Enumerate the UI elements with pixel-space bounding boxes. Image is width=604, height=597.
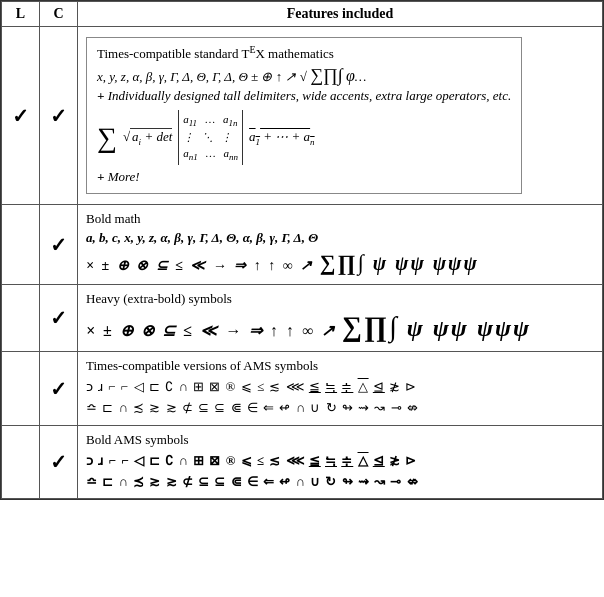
row4-ams-line2: ≏ ⊏ ∩ ≾ ≳ ≳ ⊄ ⊆ ⊆ ⋐ ∈ ⇐ ↫ ∩ ∪ ↻ ↬ ⇝ ↝ ⊸ … — [86, 398, 594, 419]
row4-l-check — [2, 352, 40, 426]
row5-c-check: ✓ — [40, 425, 78, 499]
sum-symbol: ∑ — [97, 122, 117, 154]
row1-inner-box: Times-compatible standard TEX mathematic… — [86, 37, 522, 194]
row2-content: Bold math a, b, c, x, y, z, α, β, γ, Γ, … — [78, 205, 603, 285]
col-features-header: Features included — [78, 2, 603, 27]
row3-title: Heavy (extra-bold) symbols — [86, 291, 594, 307]
row1-plus-note: + Individually designed tall delimiters,… — [97, 88, 511, 104]
checkmark-c1: ✓ — [50, 105, 67, 127]
row4-c-check: ✓ — [40, 352, 78, 426]
features-table: L C Features included ✓ ✓ Times-compatib… — [0, 0, 604, 500]
row2-math-line2: × ± ⊕ ⊗ ⊆ ≤ ≪ → ⇒ ↑ ↑ ∞ ↗ ∑∏∫ ψ ψψ ψψψ — [86, 250, 594, 276]
row-bold-ams: ✓ Bold AMS symbols ɔ ɹ ⌐ ⌐ ◁ ⊏ ∁ ∩ ⊞ ⊠ ®… — [2, 425, 603, 499]
row5-ams-line2: ≏ ⊏ ∩ ≾ ≳ ≳ ⊄ ⊆ ⊆ ⋐ ∈ ⇐ ↫ ∩ ∪ ↻ ↬ ⇝ ↝ ⊸ … — [86, 472, 594, 493]
checkmark-c2: ✓ — [50, 234, 67, 256]
row4-title: Times-compatible versions of AMS symbols — [86, 358, 594, 374]
row-ams-versions: ✓ Times-compatible versions of AMS symbo… — [2, 352, 603, 426]
row2-title: Bold math — [86, 211, 594, 227]
row1-c-check: ✓ — [40, 27, 78, 205]
row3-content: Heavy (extra-bold) symbols × ± ⊕ ⊗ ⊆ ≤ ≪… — [78, 285, 603, 352]
row5-title: Bold AMS symbols — [86, 432, 594, 448]
row2-c-check: ✓ — [40, 205, 78, 285]
row5-content: Bold AMS symbols ɔ ɹ ⌐ ⌐ ◁ ⊏ ∁ ∩ ⊞ ⊠ ® ⩽… — [78, 425, 603, 499]
row1-title: Times-compatible standard TEX mathematic… — [97, 44, 511, 62]
row4-content: Times-compatible versions of AMS symbols… — [78, 352, 603, 426]
row2-l-check — [2, 205, 40, 285]
checkmark-c4: ✓ — [50, 378, 67, 400]
row5-ams-line1: ɔ ɹ ⌐ ⌐ ◁ ⊏ ∁ ∩ ⊞ ⊠ ® ⩽ ≤ ≲ ⋘ ≦ ≒ ≑ △ ⊴ … — [86, 451, 594, 472]
table-header: L C Features included — [2, 2, 603, 27]
checkmark-l1: ✓ — [12, 105, 29, 127]
row-heavy: ✓ Heavy (extra-bold) symbols × ± ⊕ ⊗ ⊆ ≤… — [2, 285, 603, 352]
matrix-expr: a11…a1n ⋮⋱⋮ an1…ann — [178, 110, 243, 165]
sqrt-expr: √ai + det — [123, 129, 172, 147]
row1-display-math: ∑ √ai + det a11…a1n ⋮⋱⋮ an1…ann — [97, 110, 511, 165]
checkmark-c3: ✓ — [50, 307, 67, 329]
row1-plus-more: + More! — [97, 169, 511, 185]
row4-ams-line1: ɔ ɹ ⌐ ⌐ ◁ ⊏ ∁ ∩ ⊞ ⊠ ® ⩽ ≤ ≲ ⋘ ≦ ≒ ≑ △ ⊴ … — [86, 377, 594, 398]
row1-l-check: ✓ — [2, 27, 40, 205]
row3-math-symbols: × ± ⊕ ⊗ ⊆ ≤ ≪ → ⇒ ↑ ↑ ∞ ↗ ∑∏∫ ψ ψψ ψψψ — [86, 311, 594, 343]
row1-math-symbols: x, y, z, α, β, γ, Γ, Δ, Θ, Γ, Δ, Θ ± ⊕ ↑… — [97, 65, 511, 86]
col-l-header: L — [2, 2, 40, 27]
col-c-header: C — [40, 2, 78, 27]
checkmark-c5: ✓ — [50, 451, 67, 473]
overline-expr: a1 + ⋯ + an — [249, 129, 315, 147]
row2-math-line1: a, b, c, x, y, z, α, β, γ, Γ, Δ, Θ, α, β… — [86, 230, 594, 246]
row-bold-math: ✓ Bold math a, b, c, x, y, z, α, β, γ, Γ… — [2, 205, 603, 285]
row1-content: Times-compatible standard TEX mathematic… — [78, 27, 603, 205]
row5-l-check — [2, 425, 40, 499]
row3-c-check: ✓ — [40, 285, 78, 352]
row3-l-check — [2, 285, 40, 352]
row-times-compat: ✓ ✓ Times-compatible standard TEX mathem… — [2, 27, 603, 205]
